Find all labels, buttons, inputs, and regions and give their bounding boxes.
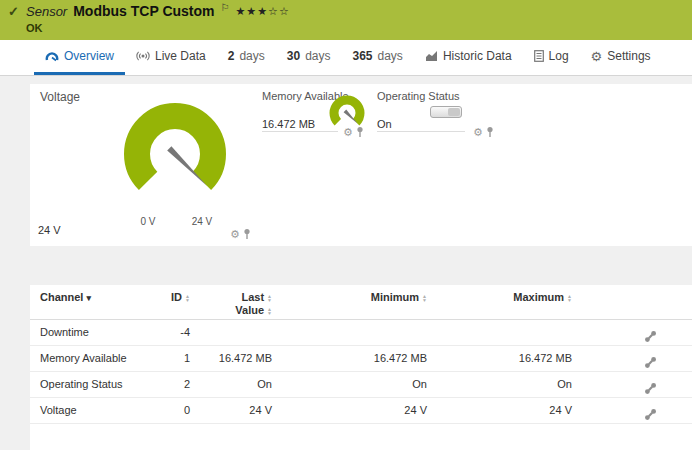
tab-overview-label: Overview <box>64 49 114 63</box>
tab-live-data[interactable]: Live Data <box>125 40 217 75</box>
sort-down-icon: ▼ <box>267 298 272 303</box>
tab-30-days-count: 30 <box>287 49 300 63</box>
column-header-value-label: Value <box>235 304 264 316</box>
column-header-channel-label: Channel <box>40 291 83 303</box>
channel-maximum <box>490 319 572 345</box>
tab-2-days[interactable]: 2 days <box>217 40 276 75</box>
tab-historic-data[interactable]: Historic Data <box>414 40 523 75</box>
chevron-down-icon: ▾ <box>86 293 91 303</box>
channel-last-value: 16.472 MB <box>190 345 272 371</box>
column-header-maximum-label: Maximum <box>513 291 564 303</box>
log-document-icon <box>534 50 544 62</box>
sort-icon: ▲▼ <box>267 294 272 303</box>
channel-last-value: On <box>190 371 272 397</box>
voltage-scale-max: 24 V <box>187 216 217 227</box>
tab-overview[interactable]: Overview <box>34 40 125 75</box>
tab-365-days-label: days <box>378 49 403 63</box>
channel-id: 0 <box>135 397 190 423</box>
sensor-title: Modbus TCP Custom <box>73 3 214 19</box>
tab-historic-data-label: Historic Data <box>443 49 512 63</box>
operating-status-switch <box>430 106 462 118</box>
tab-365-days[interactable]: 365 days <box>341 40 413 75</box>
channel-minimum: 24 V <box>345 397 427 423</box>
table-row-memory-available: Memory Available 1 16.472 MB 16.472 MB 1… <box>30 345 692 372</box>
voltage-gauge <box>115 94 235 214</box>
tab-live-data-label: Live Data <box>155 49 206 63</box>
table-row-downtime: Downtime -4 <box>30 319 692 346</box>
switch-knob <box>448 108 460 116</box>
sensor-overview-page: ✓ Sensor Modbus TCP Custom ⚐ ★★★☆☆ OK Ov… <box>0 0 692 450</box>
table-row-operating-status: Operating Status 2 On On On <box>30 371 692 398</box>
voltage-scale-min: 0 V <box>133 216 163 227</box>
column-header-maximum[interactable]: Maximum▲▼ <box>490 291 572 304</box>
column-header-minimum-label: Minimum <box>371 291 419 303</box>
sort-down-icon: ▼ <box>422 298 427 303</box>
table-header-row: Channel▾ ID▲▼ Last▲▼ Value▲▼ Minimum▲▼ M… <box>30 291 692 320</box>
operating-status-title: Operating Status <box>377 90 460 102</box>
column-header-id[interactable]: ID▲▼ <box>135 291 190 304</box>
channel-settings-icon[interactable] <box>644 330 657 343</box>
tab-bar: Overview Live Data 2 days 30 days 365 da… <box>0 40 692 76</box>
gear-icon: ⚙ <box>591 50 603 63</box>
operating-gauge-controls: ⚙ <box>473 126 494 138</box>
pin-icon[interactable] <box>356 126 364 138</box>
channel-maximum: 24 V <box>490 397 572 423</box>
channel-maximum: On <box>490 371 572 397</box>
channel-minimum: On <box>345 371 427 397</box>
channel-settings-icon[interactable] <box>644 408 657 421</box>
tab-365-days-count: 365 <box>352 49 372 63</box>
tab-log[interactable]: Log <box>523 40 580 75</box>
channel-last-value <box>190 319 272 345</box>
tab-30-days-label: days <box>305 49 330 63</box>
operating-divider <box>377 131 465 132</box>
sort-icon: ▲▼ <box>567 294 572 303</box>
column-header-id-label: ID <box>171 291 182 303</box>
channel-settings-icon[interactable] <box>644 382 657 395</box>
channel-id: 2 <box>135 371 190 397</box>
sensor-status-text: OK <box>26 22 290 34</box>
voltage-gauge-controls: ⚙ <box>230 228 251 240</box>
priority-stars[interactable]: ★★★☆☆ <box>235 5 289 18</box>
channel-minimum: 16.472 MB <box>345 345 427 371</box>
pin-icon[interactable] <box>243 228 251 240</box>
tab-settings-label: Settings <box>607 49 650 63</box>
flag-icon[interactable]: ⚐ <box>221 2 230 13</box>
tab-settings[interactable]: ⚙ Settings <box>580 40 662 75</box>
sort-icon: ▲▼ <box>267 307 272 316</box>
chart-icon <box>425 50 438 62</box>
tab-2-days-label: days <box>239 49 264 63</box>
gauges-panel: Voltage 0 V 24 V 24 V ⚙ Memory Available… <box>30 84 692 246</box>
gear-icon[interactable]: ⚙ <box>230 229 240 240</box>
gear-icon[interactable]: ⚙ <box>473 127 483 138</box>
memory-value: 16.472 MB <box>262 118 315 130</box>
sort-icon: ▲▼ <box>422 294 427 303</box>
channel-last-value: 24 V <box>190 397 272 423</box>
voltage-value: 24 V <box>38 224 61 236</box>
sort-down-icon: ▼ <box>267 311 272 316</box>
tab-2-days-count: 2 <box>228 49 235 63</box>
voltage-gauge-title: Voltage <box>40 90 80 104</box>
channel-id: -4 <box>135 319 190 345</box>
sensor-header-bar: ✓ Sensor Modbus TCP Custom ⚐ ★★★☆☆ OK <box>0 0 692 40</box>
live-signal-icon <box>136 50 150 62</box>
object-kind-label: Sensor <box>26 4 67 19</box>
operating-status-value: On <box>377 118 392 130</box>
tab-30-days[interactable]: 30 days <box>276 40 342 75</box>
column-header-last-label: Last <box>241 291 264 303</box>
sort-down-icon: ▼ <box>567 298 572 303</box>
memory-gauge-controls: ⚙ <box>343 126 364 138</box>
table-row-voltage: Voltage 0 24 V 24 V 24 V <box>30 397 692 424</box>
column-header-last-value[interactable]: Last▲▼ Value▲▼ <box>190 291 272 317</box>
memory-divider <box>262 131 338 132</box>
gear-icon[interactable]: ⚙ <box>343 127 353 138</box>
channel-id: 1 <box>135 345 190 371</box>
channel-settings-icon[interactable] <box>644 356 657 369</box>
status-ok-check-icon: ✓ <box>8 4 19 19</box>
channels-table-panel: Channel▾ ID▲▼ Last▲▼ Value▲▼ Minimum▲▼ M… <box>30 285 692 450</box>
channel-maximum: 16.472 MB <box>490 345 572 371</box>
gauge-icon <box>45 50 59 62</box>
pin-icon[interactable] <box>486 126 494 138</box>
column-header-minimum[interactable]: Minimum▲▼ <box>345 291 427 304</box>
sensor-title-block: Sensor Modbus TCP Custom ⚐ ★★★☆☆ OK <box>26 3 290 34</box>
channel-minimum <box>345 319 427 345</box>
